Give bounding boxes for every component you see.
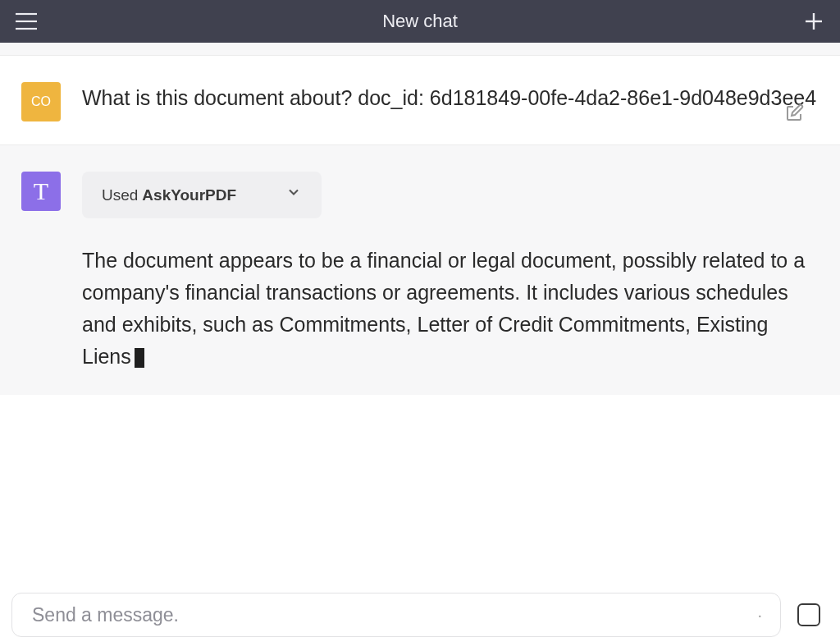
- input-indicator-dot: ·: [757, 606, 762, 625]
- user-avatar: CO: [21, 82, 61, 121]
- chevron-down-icon: [285, 183, 302, 207]
- plugin-used-chip[interactable]: Used AskYourPDF: [82, 172, 322, 218]
- edit-icon[interactable]: [784, 103, 804, 126]
- header-spacer: [0, 43, 840, 56]
- message-input-container[interactable]: ·: [11, 593, 781, 637]
- assistant-response-text: The document appears to be a financial o…: [82, 249, 805, 367]
- conversation: CO What is this document about? doc_id: …: [0, 56, 840, 395]
- assistant-message: T Used AskYourPDF The document appears t…: [0, 144, 840, 395]
- menu-icon[interactable]: [15, 10, 38, 33]
- page-title: New chat: [38, 11, 802, 32]
- composer-area: ·: [0, 593, 840, 637]
- new-chat-icon[interactable]: [802, 10, 825, 33]
- user-message: CO What is this document about? doc_id: …: [0, 56, 840, 144]
- assistant-avatar: T: [21, 172, 61, 211]
- header-bar: New chat: [0, 0, 840, 43]
- assistant-message-text: The document appears to be a financial o…: [82, 245, 819, 372]
- stop-generating-button[interactable]: [797, 603, 820, 626]
- plugin-used-prefix: Used: [102, 183, 138, 207]
- user-message-text: What is this document about? doc_id: 6d1…: [82, 82, 819, 121]
- plugin-used-name: AskYourPDF: [142, 183, 236, 207]
- typing-cursor: [135, 348, 144, 368]
- message-input[interactable]: [30, 603, 749, 627]
